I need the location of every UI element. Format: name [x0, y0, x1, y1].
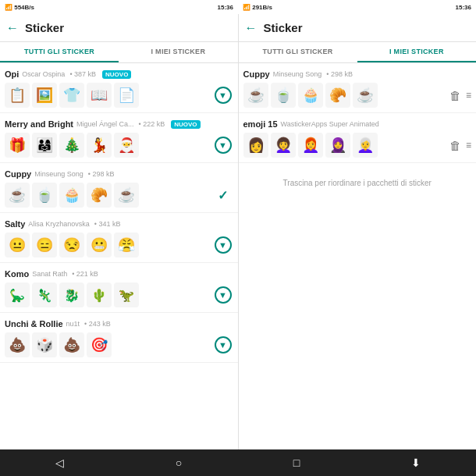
pack-opi-author: Oscar Ospina	[22, 70, 65, 78]
pack-cuppy-size: • 298 kB	[88, 170, 115, 178]
sticker-thumb: 🌵	[87, 282, 112, 307]
left-title: Sticker	[25, 21, 232, 34]
sticker-thumb: ☕	[243, 83, 268, 108]
nav-recent-button[interactable]: □	[286, 453, 307, 472]
pack-cuppy-right-author: Minseung Song	[273, 70, 322, 78]
sticker-thumb: 😑	[32, 233, 57, 258]
nav-back-button[interactable]: ◁	[48, 453, 72, 472]
pack-unchi-author: nu1t	[66, 320, 80, 328]
sticker-thumb: 🦖	[114, 282, 139, 307]
pack-merry-previews: 🎁 👨‍👩‍👧 🎄 💃 🎅	[5, 133, 210, 158]
pack-salty-name: Salty	[5, 219, 25, 229]
pack-opi: Opi Oscar Ospina • 387 kB NUOVO 📋 🖼️ 👕 📖…	[0, 63, 238, 113]
right-header: ← Sticker	[239, 14, 477, 42]
sticker-thumb: 👩	[243, 133, 268, 158]
nav-down-button[interactable]: ⬇	[403, 453, 428, 472]
pack-merry-badge: NUOVO	[171, 120, 200, 129]
sticker-thumb: 🖼️	[32, 83, 57, 108]
sticker-thumb: 📄	[114, 83, 139, 108]
pack-emoji15-actions: 🗑 ≡	[449, 139, 471, 152]
left-back-button[interactable]: ←	[6, 21, 19, 35]
pack-opi-previews: 📋 🖼️ 👕 📖 📄	[5, 83, 210, 108]
sticker-thumb: 🎁	[5, 133, 30, 158]
sticker-thumb: 💃	[87, 133, 112, 158]
sticker-thumb: ☕	[5, 183, 30, 208]
sticker-thumb: 🥐	[87, 183, 112, 208]
download-circle-icon: ▼	[215, 236, 232, 254]
pack-salty-previews: 😐 😑 😒 😬 😤	[5, 233, 210, 258]
pack-komo-size: • 221 kB	[72, 270, 98, 278]
sticker-thumb: 💩	[5, 332, 30, 357]
pack-salty: Salty Alisa Kryzhanovska • 341 kB 😐 😑 😒 …	[0, 213, 238, 263]
menu-icon[interactable]: ≡	[466, 90, 471, 101]
right-tab-mine[interactable]: I MIEI STICKER	[357, 42, 476, 62]
pack-salty-download[interactable]: ▼	[213, 235, 233, 255]
sticker-thumb: 💩	[59, 332, 84, 357]
sticker-thumb: 🎅	[114, 133, 139, 158]
nav-home-button[interactable]: ○	[168, 453, 190, 472]
left-tabs: TUTTI GLI STICKER I MIEI STICKER	[0, 42, 238, 63]
pack-emoji15-name: emoji 15	[243, 119, 278, 129]
pack-komo-author: Sanat Rath	[32, 270, 67, 278]
pack-emoji15: emoji 15 WastickerApps Super Animated 👩 …	[239, 113, 477, 163]
pack-emoji15-author: WastickerApps Super Animated	[281, 120, 379, 128]
check-icon: ✓	[218, 188, 228, 203]
pack-opi-size: • 387 kB	[69, 70, 96, 78]
download-circle-icon: ▼	[215, 137, 232, 154]
pack-cuppy-right: Cuppy Minseung Song • 298 kB ☕ 🍵 🧁 🥐 ☕ 🗑	[239, 63, 477, 113]
pack-opi-badge: NUOVO	[102, 70, 131, 79]
left-header: ← Sticker	[0, 14, 238, 42]
pack-merry-download[interactable]: ▼	[213, 135, 233, 155]
right-time: 15:36	[456, 4, 471, 11]
pack-merry-name: Merry and Bright	[5, 119, 73, 129]
pack-cuppy-right-size: • 298 kB	[326, 70, 353, 78]
pack-cuppy-right-name: Cuppy	[243, 69, 270, 79]
right-panel: ← Sticker TUTTI GLI STICKER I MIEI STICK…	[239, 14, 477, 449]
right-back-button[interactable]: ←	[245, 21, 258, 35]
sticker-thumb: 👩‍🦳	[353, 133, 378, 158]
pack-komo-name: Komo	[5, 269, 29, 279]
pack-salty-author: Alisa Kryzhanovska	[28, 220, 90, 228]
left-time: 15:36	[218, 4, 233, 11]
sticker-thumb: 🦕	[5, 282, 30, 307]
sticker-thumb: 🎄	[59, 133, 84, 158]
right-tabs: TUTTI GLI STICKER I MIEI STICKER	[239, 42, 477, 63]
left-signal: 📶 554B/s	[5, 4, 34, 11]
pack-cuppy-author: Minseung Song	[34, 170, 83, 178]
sticker-thumb: 👕	[59, 83, 84, 108]
sticker-thumb: 😬	[87, 233, 112, 258]
delete-icon[interactable]: 🗑	[449, 139, 461, 152]
sticker-thumb: 🍵	[271, 83, 296, 108]
delete-icon[interactable]: 🗑	[449, 89, 461, 102]
sticker-thumb: 🐉	[59, 282, 84, 307]
pack-opi-download[interactable]: ▼	[213, 85, 233, 105]
sticker-thumb: 🥐	[325, 83, 350, 108]
pack-cuppy-check: ✓	[213, 185, 233, 205]
right-tab-all[interactable]: TUTTI GLI STICKER	[239, 42, 357, 62]
sticker-thumb: 😤	[114, 233, 139, 258]
right-signal: 📶 291B/s	[243, 4, 272, 11]
left-sticker-list: Opi Oscar Ospina • 387 kB NUOVO 📋 🖼️ 👕 📖…	[0, 63, 238, 449]
bottom-nav: ◁ ○ □ ⬇	[0, 449, 476, 476]
sticker-thumb: 🧕	[325, 133, 350, 158]
pack-unchi-download[interactable]: ▼	[213, 335, 233, 355]
pack-cuppy-left: Cuppy Minseung Song • 298 kB ☕ 🍵 🧁 🥐 ☕ ✓	[0, 163, 238, 213]
pack-komo: Komo Sanat Rath • 221 kB 🦕 🦎 🐉 🌵 🦖 ▼	[0, 263, 238, 313]
pack-cuppy-previews: ☕ 🍵 🧁 🥐 ☕	[5, 183, 210, 208]
drag-hint: Trascina per riordinare i pacchetti di s…	[239, 163, 477, 203]
pack-cuppy-name: Cuppy	[5, 169, 31, 179]
sticker-thumb: 👩‍🦱	[271, 133, 296, 158]
sticker-thumb: 🍵	[32, 183, 57, 208]
left-tab-all[interactable]: TUTTI GLI STICKER	[0, 42, 119, 62]
download-circle-icon: ▼	[215, 87, 232, 104]
pack-komo-download[interactable]: ▼	[213, 285, 233, 305]
left-tab-mine[interactable]: I MIEI STICKER	[119, 42, 237, 62]
sticker-thumb: 🦎	[32, 282, 57, 307]
pack-komo-previews: 🦕 🦎 🐉 🌵 🦖	[5, 282, 210, 307]
download-circle-icon: ▼	[215, 336, 232, 353]
sticker-thumb: 🎯	[87, 332, 112, 357]
sticker-thumb: 🧁	[59, 183, 84, 208]
sticker-thumb: 🧁	[298, 83, 323, 108]
menu-icon[interactable]: ≡	[466, 140, 471, 151]
pack-unchi-size: • 243 kB	[84, 320, 111, 328]
